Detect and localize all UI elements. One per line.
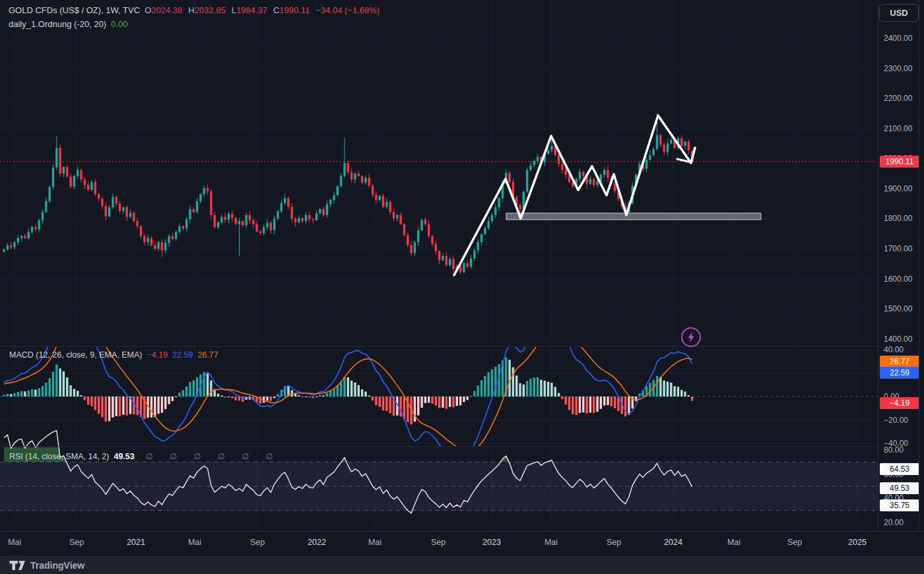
macd-histogram-bar xyxy=(537,377,539,397)
tradingview-logo-icon[interactable] xyxy=(9,560,26,571)
macd-histogram-bar xyxy=(459,397,461,406)
macd-pane[interactable] xyxy=(3,307,693,458)
macd-histogram-bar xyxy=(446,397,447,409)
ohlc-high: H2032.85 xyxy=(188,5,225,15)
ordnung-indicator-label[interactable]: daily_1.Ordnung (-20, 20) xyxy=(9,19,106,29)
tradingview-brand-text[interactable]: TradingView xyxy=(30,560,84,571)
time-axis[interactable]: MaiSep2021MaiSep2022MaiSep2023MaiSep2024… xyxy=(0,531,924,557)
axis-value-badge: −4.19 xyxy=(880,397,919,409)
zigzag-drawing[interactable] xyxy=(454,115,695,275)
macd-histogram-bar xyxy=(87,397,89,405)
macd-histogram-bar xyxy=(133,397,135,414)
candle-body xyxy=(550,146,552,150)
candle-body xyxy=(10,245,12,247)
candle-body xyxy=(670,140,672,143)
ordnung-legend-row: daily_1.Ordnung (-20, 20)0.00 xyxy=(9,19,132,29)
candle-body xyxy=(407,235,409,245)
candle-body xyxy=(596,181,598,185)
macd-histogram-bar xyxy=(691,397,693,401)
macd-histogram-bar xyxy=(84,397,86,400)
candle-body xyxy=(249,215,251,220)
macd-histogram-bar xyxy=(52,371,54,397)
candle-body xyxy=(498,198,500,207)
rsi-indicator-label[interactable]: RSI (14, close, SMA, 14, 2) xyxy=(9,452,109,461)
price-axis[interactable]: 2400.002300.002200.002100.002000.001900.… xyxy=(878,0,924,531)
macd-indicator-label[interactable]: MACD (12, 26, close, 9, EMA, EMA) xyxy=(9,350,142,360)
ohlc-close: C1990.11 xyxy=(273,5,310,15)
candle-body xyxy=(354,174,356,179)
candle-body xyxy=(154,245,156,249)
macd-histogram-bar xyxy=(168,397,170,404)
time-axis-month-label: Sep xyxy=(250,538,265,547)
support-zone-rectangle[interactable] xyxy=(506,213,761,220)
candle-body xyxy=(428,224,430,236)
candle-body xyxy=(136,221,138,226)
macd-histogram-bar xyxy=(273,397,275,398)
candle-body xyxy=(480,234,482,242)
macd-histogram-bar xyxy=(266,397,268,400)
candle-body xyxy=(140,226,142,236)
candle-body xyxy=(680,138,682,146)
candle-body xyxy=(389,202,391,212)
candle-body xyxy=(329,200,331,204)
price-axis-label: 1800.00 xyxy=(884,214,912,223)
candle-body xyxy=(403,224,405,235)
macd-histogram-bar xyxy=(364,391,366,397)
symbol-title[interactable]: GOLD CFDs (US$ / OZ), 1W, TVC xyxy=(9,5,140,15)
candle-body xyxy=(175,232,177,239)
candle-body xyxy=(157,242,159,249)
macd-histogram-bar xyxy=(663,381,665,397)
candle-body xyxy=(649,155,651,160)
macd-histogram-bar xyxy=(667,382,669,397)
macd-histogram-bar xyxy=(308,397,310,397)
lightning-quick-action-button[interactable] xyxy=(681,327,701,347)
candle-body xyxy=(614,184,616,191)
price-axis-label: 1600.00 xyxy=(884,274,912,284)
candle-body xyxy=(182,226,184,228)
lightning-bolt-icon xyxy=(686,331,696,343)
candle-body xyxy=(438,251,440,261)
macd-histogram-bar xyxy=(238,397,240,400)
candle-body xyxy=(52,168,54,187)
price-axis-label: 1900.00 xyxy=(884,184,912,193)
macd-histogram-bar xyxy=(673,386,675,397)
macd-histogram-bar xyxy=(575,397,577,415)
time-axis-year-label: 2022 xyxy=(308,538,326,547)
macd-histogram-bar xyxy=(431,397,433,404)
candle-body xyxy=(48,187,50,201)
candle-body xyxy=(129,212,131,216)
macd-histogram-bar xyxy=(512,367,514,397)
candle-body xyxy=(87,185,89,189)
candle-body xyxy=(172,236,174,239)
candle-body xyxy=(270,223,272,230)
time-axis-year-label: 2024 xyxy=(664,538,682,547)
candle-body xyxy=(361,176,363,183)
macd-histogram-bar xyxy=(234,397,236,400)
candle-body xyxy=(105,206,107,216)
macd-histogram-bar xyxy=(579,397,581,413)
candle-body xyxy=(277,211,279,218)
macd-histogram-bar xyxy=(182,390,184,397)
candle-body xyxy=(266,223,268,227)
macd-histogram-bar xyxy=(467,397,469,400)
price-axis-label: 2400.00 xyxy=(884,34,912,43)
currency-usd-button[interactable]: USD xyxy=(879,4,919,22)
candle-body xyxy=(291,207,293,218)
macd-histogram-bar xyxy=(66,377,68,397)
candle-body xyxy=(393,212,395,218)
macd-histogram-bar xyxy=(600,397,602,409)
macd-histogram-bar xyxy=(302,397,304,397)
macd-histogram-bar xyxy=(20,391,22,397)
price-axis-label: 1400.00 xyxy=(884,335,912,344)
candle-body xyxy=(589,179,591,183)
candle-body xyxy=(494,207,496,215)
macd-histogram-bar xyxy=(550,383,552,397)
macd-histogram-bar xyxy=(63,371,65,397)
candle-body xyxy=(66,167,68,177)
macd-histogram-bar xyxy=(343,377,345,397)
time-axis-year-label: 2025 xyxy=(848,538,867,547)
candle-body xyxy=(379,196,381,200)
macd-histogram-bar xyxy=(544,381,546,397)
macd-histogram-bar xyxy=(540,380,542,397)
candles-series[interactable] xyxy=(3,113,693,274)
